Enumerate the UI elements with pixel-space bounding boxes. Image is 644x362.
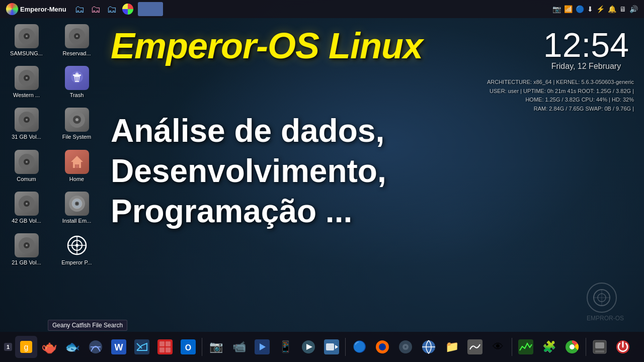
desktop-icon-emperor[interactable]: Emperor P...: [55, 231, 98, 268]
svg-point-23: [26, 161, 28, 163]
notification-tray-icon[interactable]: 🔔: [608, 5, 616, 13]
active-window-indicator[interactable]: [138, 2, 163, 16]
dock-sysmonitor[interactable]: [515, 336, 537, 358]
svg-text:g: g: [24, 343, 29, 351]
watermark: EMPROR-OS: [587, 283, 624, 322]
app-menu-label: Emperor-Menu: [20, 6, 66, 13]
svg-rect-53: [159, 341, 165, 346]
dock-catfish[interactable]: 🐟: [61, 336, 84, 358]
app-menu-button[interactable]: Emperor-Menu: [2, 2, 70, 17]
dock-word[interactable]: W: [108, 336, 130, 358]
svg-point-2: [26, 35, 28, 37]
desktop-icon-home[interactable]: Home: [55, 148, 98, 185]
dock-chrome[interactable]: [561, 336, 583, 358]
dock-calc[interactable]: [154, 336, 176, 358]
desktop-icon-comum[interactable]: Comum: [5, 148, 48, 185]
sys-info-line2: USER: user | UPTIME: 0h 21m 41s ROOT: 1.…: [487, 87, 634, 96]
svg-rect-56: [166, 347, 171, 352]
svg-point-17: [26, 119, 28, 121]
dock-bluetooth[interactable]: 🔵: [348, 336, 370, 358]
power-tray-icon[interactable]: ⚡: [596, 5, 605, 13]
desktop-icons-area: SAMSUNG... Reservad... Western ...: [5, 22, 101, 268]
desktop-icon-samsung[interactable]: SAMSUNG...: [5, 22, 48, 59]
dock-kettle[interactable]: 🫖: [38, 336, 60, 358]
dock-phone[interactable]: 📱: [274, 336, 296, 358]
dock-divider-1: [202, 338, 202, 356]
desktop-icon-western[interactable]: Western ...: [5, 64, 48, 101]
dock-geany[interactable]: g: [15, 336, 37, 358]
dock-webcam[interactable]: 📹: [228, 336, 250, 358]
svg-point-5: [76, 35, 78, 37]
update-tray-icon[interactable]: ⬇: [587, 5, 593, 13]
taskbar-files-icon-3[interactable]: 🗂: [105, 2, 119, 16]
install-icon: [65, 192, 89, 216]
dock-recorder[interactable]: [320, 336, 343, 358]
svg-rect-25: [75, 164, 78, 168]
taskbar-emperor-icon[interactable]: [121, 2, 135, 16]
dock-browser[interactable]: [418, 336, 440, 358]
bluetooth-tray-icon[interactable]: 🔵: [576, 5, 584, 13]
taskbar-files-icon-2[interactable]: 🗂: [89, 2, 103, 16]
dock-page-number: 1: [4, 343, 12, 351]
31gb-label: 31 GB Vol...: [12, 134, 41, 140]
desktop-icon-21gb[interactable]: 21 GB Vol...: [5, 231, 48, 268]
svg-rect-78: [595, 342, 604, 348]
21gb-label: 21 GB Vol...: [12, 259, 41, 266]
dock-media2[interactable]: [394, 336, 417, 358]
dock-extensions[interactable]: 🧩: [538, 336, 560, 358]
desktop-icon-42gb[interactable]: 42 GB Vol...: [5, 190, 48, 226]
dock-nautilus[interactable]: [464, 336, 486, 358]
clock-time: 12:54: [543, 28, 629, 62]
desktop-icon-trash[interactable]: Trash: [55, 64, 98, 101]
western-icon: [15, 66, 39, 90]
svg-rect-55: [159, 347, 165, 352]
comum-icon: [15, 150, 39, 174]
sys-info-line4: RAM: 2.84G / 7.65G SWAP: 0B / 9.76G |: [487, 105, 634, 114]
svg-point-32: [76, 203, 78, 205]
dock-media[interactable]: [297, 336, 319, 358]
dock-screenshot[interactable]: 📷: [205, 336, 227, 358]
dock-firefox[interactable]: [371, 336, 393, 358]
dock-kodi[interactable]: [251, 336, 273, 358]
svg-point-67: [379, 343, 386, 350]
svg-point-76: [570, 344, 575, 349]
desktop-icon-31gb[interactable]: 31 GB Vol...: [5, 106, 48, 142]
taskbar-files-icon-1[interactable]: 🗂: [72, 2, 87, 16]
dock-divider-3: [512, 338, 512, 356]
taskbar-left: Emperor-Menu 🗂 🗂 🗂: [2, 2, 552, 17]
svg-point-35: [26, 244, 28, 246]
network-tray-icon[interactable]: 📶: [564, 5, 573, 13]
samsung-icon: [15, 24, 39, 48]
samsung-label: SAMSUNG...: [10, 50, 43, 57]
desktop-icon-filesystem[interactable]: File System: [55, 106, 98, 142]
dock-divider-4: [586, 338, 586, 356]
dock-network[interactable]: [85, 336, 107, 358]
dock-power[interactable]: [612, 336, 634, 358]
system-tray: 📷 📶 🔵 ⬇ ⚡ 🔔 🖥 🔊: [552, 5, 642, 13]
reservad-icon: [65, 24, 89, 48]
svg-point-70: [405, 346, 407, 348]
subtitle-line2: Desenvolvimento,: [111, 151, 594, 191]
desktop-icon-reservad[interactable]: Reservad...: [55, 22, 98, 59]
dock-divider-2: [345, 338, 346, 356]
volume-tray-icon[interactable]: 🔊: [629, 5, 638, 13]
watermark-text: EMPROR-OS: [587, 315, 624, 322]
trash-icon: [65, 66, 89, 90]
svg-point-8: [26, 77, 28, 79]
install-label: Install Em...: [62, 218, 91, 224]
screenshot-tray-icon[interactable]: 📷: [552, 5, 561, 13]
filesystem-label: File System: [62, 134, 91, 140]
dock-filemanager[interactable]: 📁: [441, 336, 463, 358]
tooltip-text: Geany Catfish File Search: [52, 322, 123, 329]
display-tray-icon[interactable]: 🖥: [619, 5, 626, 13]
emperor-menu-icon: [6, 3, 18, 15]
svg-rect-79: [595, 350, 604, 352]
comum-label: Comum: [17, 176, 36, 183]
dock-vscode[interactable]: [131, 336, 153, 358]
desktop-icon-install[interactable]: Install Em...: [55, 190, 98, 226]
svg-point-20: [75, 118, 78, 121]
dock-eye[interactable]: 👁: [487, 336, 509, 358]
dock-windowmin[interactable]: [589, 336, 611, 358]
reservad-label: Reservad...: [62, 50, 91, 57]
dock-email[interactable]: O: [177, 336, 199, 358]
